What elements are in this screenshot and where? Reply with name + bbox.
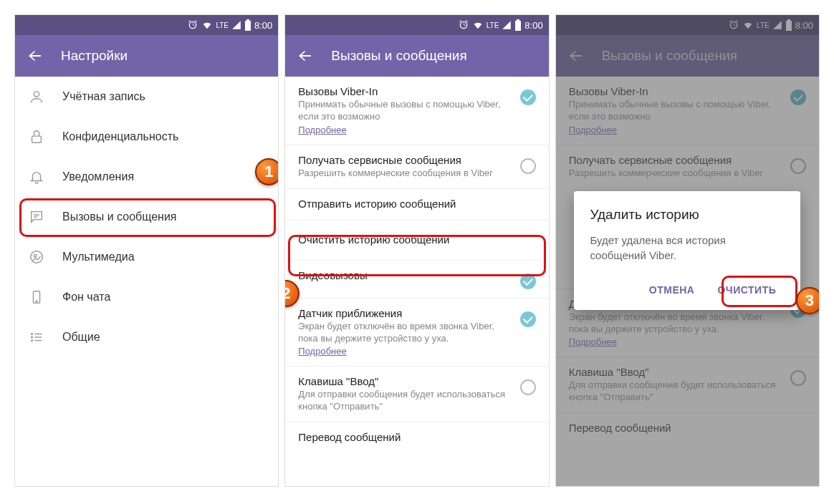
item-privacy[interactable]: Конфиденциальность: [15, 117, 278, 157]
svg-rect-1: [32, 136, 42, 142]
wifi-icon: [472, 19, 484, 31]
item-chat-background[interactable]: Фон чата: [15, 277, 278, 317]
setting-title: Получать сервисные сообщения: [298, 154, 511, 166]
clock-text: 8:00: [254, 20, 272, 31]
wifi-icon: [201, 19, 213, 31]
page-title: Вызовы и сообщения: [331, 48, 466, 64]
setting-subtitle: Разрешить коммерческие сообщения в Viber: [298, 168, 511, 180]
battery-icon: [514, 19, 522, 31]
app-bar: Настройки: [15, 35, 278, 77]
setting-title: Отправить историю сообщений: [298, 198, 535, 210]
dialog-actions: ОТМЕНА ОЧИСТИТЬ: [590, 277, 785, 303]
settings-detail-list: Вызовы Viber-In Принимать обычные вызовы…: [285, 77, 548, 453]
chat-icon: [28, 208, 45, 226]
page-title: Настройки: [61, 48, 128, 64]
alarm-icon: [458, 19, 469, 31]
item-label: Общие: [62, 331, 100, 344]
more-link[interactable]: Подробнее: [298, 346, 346, 357]
cancel-button[interactable]: ОТМЕНА: [641, 277, 704, 303]
confirm-button[interactable]: ОЧИСТИТЬ: [709, 277, 785, 303]
setting-subtitle: Экран будет отключён во время звонка Vib…: [298, 321, 511, 345]
list-icon: [28, 329, 45, 346]
phone-screen-2: LTE 8:00 Вызовы и сообщения Вызовы Viber…: [284, 14, 549, 487]
phone-screen-1: LTE 8:00 Настройки Учётная запись Конфид…: [14, 14, 279, 487]
svg-point-5: [36, 301, 37, 302]
phone-frame-icon: [28, 289, 45, 306]
setting-title: Клавиша "Ввод": [298, 375, 511, 387]
lte-label: LTE: [486, 21, 499, 29]
radio-off-icon[interactable]: [520, 379, 536, 395]
svg-point-3: [34, 254, 37, 257]
alarm-icon: [187, 19, 198, 31]
item-label: Мультимедиа: [62, 251, 135, 263]
setting-subtitle: Принимать обычные вызовы с помощью Viber…: [298, 99, 511, 123]
setting-viber-in[interactable]: Вызовы Viber-In Принимать обычные вызовы…: [285, 77, 548, 145]
clock-text: 8:00: [524, 20, 542, 31]
setting-proximity[interactable]: Датчик приближения Экран будет отключён …: [285, 298, 548, 367]
setting-send-history[interactable]: Отправить историю сообщений: [285, 188, 548, 220]
modal-overlay[interactable]: Удалить историю Будет удалена вся истори…: [556, 15, 819, 486]
person-icon: [28, 88, 45, 105]
setting-title: Датчик приближения: [298, 307, 511, 319]
setting-title: Видеовызовы: [298, 269, 511, 281]
item-multimedia[interactable]: Мультимедиа: [15, 237, 278, 277]
app-bar: Вызовы и сообщения: [285, 35, 548, 77]
svg-point-6: [32, 334, 33, 335]
signal-icon: [231, 20, 241, 30]
radio-on-icon[interactable]: [520, 89, 536, 105]
back-icon[interactable]: [27, 47, 44, 64]
item-label: Вызовы и сообщения: [62, 210, 177, 223]
bell-icon: [28, 168, 45, 185]
confirm-dialog: Удалить историю Будет удалена вся истори…: [574, 191, 800, 310]
svg-point-7: [32, 336, 33, 338]
status-bar: LTE 8:00: [285, 15, 548, 35]
setting-title: Вызовы Viber-In: [298, 85, 511, 97]
radio-off-icon[interactable]: [520, 158, 536, 174]
setting-video-calls[interactable]: Видеовызовы: [285, 260, 548, 298]
radio-on-icon[interactable]: [520, 273, 536, 289]
settings-list: Учётная запись Конфиденциальность Уведом…: [15, 77, 278, 357]
status-bar: LTE 8:00: [15, 15, 278, 35]
badge-1: 1: [255, 158, 279, 185]
item-label: Конфиденциальность: [62, 130, 178, 143]
lte-label: LTE: [216, 21, 229, 29]
item-label: Фон чата: [62, 291, 110, 304]
setting-translate[interactable]: Перевод сообщений: [285, 422, 548, 453]
setting-title: Очистить историю сообщений: [298, 233, 535, 246]
svg-point-2: [31, 251, 43, 263]
item-general[interactable]: Общие: [15, 317, 278, 357]
dialog-title: Удалить историю: [590, 207, 785, 223]
svg-point-8: [32, 340, 33, 341]
more-link[interactable]: Подробнее: [298, 125, 346, 135]
battery-icon: [244, 19, 251, 31]
setting-clear-history[interactable]: Очистить историю сообщений: [285, 220, 548, 260]
setting-service-messages[interactable]: Получать сервисные сообщения Разрешить к…: [285, 145, 548, 188]
media-icon: [28, 248, 45, 266]
item-label: Уведомления: [62, 170, 134, 183]
item-calls-messages[interactable]: Вызовы и сообщения: [15, 197, 278, 237]
item-account[interactable]: Учётная запись: [15, 77, 278, 117]
back-icon[interactable]: [297, 47, 314, 64]
svg-point-0: [34, 92, 39, 97]
item-label: Учётная запись: [62, 90, 145, 103]
radio-on-icon[interactable]: [520, 311, 536, 327]
setting-subtitle: Для отправки сообщения будет использоват…: [298, 389, 511, 413]
signal-icon: [502, 20, 512, 30]
dialog-message: Будет удалена вся история сообщений Vibe…: [590, 233, 785, 263]
item-notifications[interactable]: Уведомления: [15, 157, 278, 197]
badge-3: 3: [796, 287, 820, 314]
phone-screen-3: LTE 8:00 Вызовы и сообщения Вызовы Viber…: [555, 14, 820, 487]
setting-title: Перевод сообщений: [298, 431, 535, 443]
lock-icon: [28, 128, 45, 145]
setting-enter-key[interactable]: Клавиша "Ввод" Для отправки сообщения бу…: [285, 366, 548, 422]
